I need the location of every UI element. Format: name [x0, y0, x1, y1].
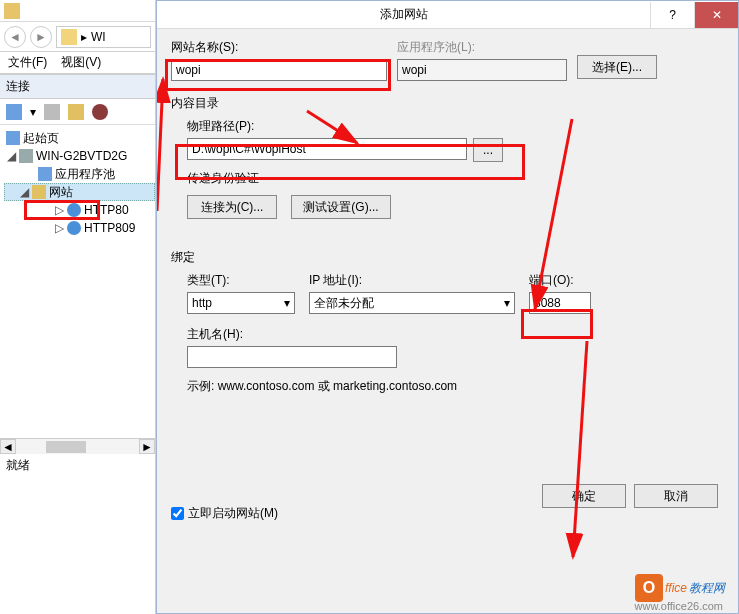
host-example-text: 示例: www.contoso.com 或 marketing.contoso.… — [187, 378, 720, 395]
dialog-body: 网站名称(S): 应用程序池(L): 选择(E)... 内容目录 物理路径(P)… — [157, 29, 738, 522]
help-button[interactable]: ? — [650, 2, 694, 28]
add-website-dialog: 添加网站 ? ✕ 网站名称(S): 应用程序池(L): 选择(E)... 内容目… — [156, 0, 739, 614]
ip-address-label: IP 地址(I): — [309, 272, 515, 289]
tree-sites[interactable]: ◢ 网站 — [4, 183, 155, 201]
status-ready: 就绪 — [6, 457, 30, 474]
tree-start-page[interactable]: 起始页 — [4, 129, 155, 147]
breadcrumb-sep: ▸ — [81, 30, 87, 44]
tree-site-1[interactable]: ▷ HTTP80 — [4, 201, 155, 219]
nav-forward-button[interactable]: ► — [30, 26, 52, 48]
expander-icon[interactable]: ▷ — [54, 221, 64, 235]
binding-label: 绑定 — [171, 249, 720, 266]
scroll-thumb[interactable] — [46, 441, 86, 453]
port-input[interactable] — [529, 292, 591, 314]
chevron-down-icon: ▾ — [504, 296, 510, 310]
iis-app-icon — [4, 3, 20, 19]
connections-toolbar: ▾ — [0, 99, 155, 125]
ip-address-select[interactable]: 全部未分配▾ — [309, 292, 515, 314]
stop-icon[interactable] — [92, 104, 108, 120]
iis-manager-panel: ◄ ► ▸ WI 文件(F) 视图(V) 连接 ▾ 起始页 ◢ WIN-G2BV… — [0, 0, 156, 614]
connections-header: 连接 — [0, 74, 155, 99]
physical-path-input[interactable] — [187, 138, 467, 160]
connections-tree: 起始页 ◢ WIN-G2BVTD2G 应用程序池 ◢ 网站 ▷ HTTP80 ▷… — [0, 125, 155, 241]
host-name-label: 主机名(H): — [187, 326, 720, 343]
horizontal-scrollbar[interactable]: ◄ ► — [0, 438, 155, 454]
save-icon[interactable] — [44, 104, 60, 120]
select-app-pool-button[interactable]: 选择(E)... — [577, 55, 657, 79]
site-name-input[interactable] — [171, 59, 387, 81]
test-settings-button[interactable]: 测试设置(G)... — [291, 195, 391, 219]
expander-icon[interactable]: ◢ — [6, 149, 16, 163]
tree-site-2[interactable]: ▷ HTTP809 — [4, 219, 155, 237]
watermark-logo-icon: O — [635, 574, 663, 602]
passthrough-auth-label: 传递身份验证 — [187, 170, 720, 187]
tree-server[interactable]: ◢ WIN-G2BVTD2G — [4, 147, 155, 165]
connect-as-button[interactable]: 连接为(C)... — [187, 195, 277, 219]
type-select[interactable]: http▾ — [187, 292, 295, 314]
content-dir-label: 内容目录 — [171, 95, 720, 112]
site-name-label: 网站名称(S): — [171, 39, 387, 56]
start-site-label: 立即启动网站(M) — [188, 505, 278, 522]
folder-icon — [61, 29, 77, 45]
expander-icon[interactable]: ◢ — [19, 185, 29, 199]
explorer-titlebar — [0, 0, 155, 22]
globe-icon — [67, 221, 81, 235]
home-icon — [6, 131, 20, 145]
apppool-icon — [38, 167, 52, 181]
host-name-input[interactable] — [187, 346, 397, 368]
refresh-icon[interactable] — [6, 104, 22, 120]
tree-app-pools[interactable]: 应用程序池 — [4, 165, 155, 183]
scroll-right-arrow[interactable]: ► — [139, 439, 155, 454]
server-icon — [19, 149, 33, 163]
ok-button[interactable]: 确定 — [542, 484, 626, 508]
nav-back-button[interactable]: ◄ — [4, 26, 26, 48]
menu-view[interactable]: 视图(V) — [61, 54, 101, 71]
port-label: 端口(O): — [529, 272, 591, 289]
type-label: 类型(T): — [187, 272, 295, 289]
physical-path-label: 物理路径(P): — [187, 118, 720, 135]
app-pool-label: 应用程序池(L): — [397, 39, 567, 56]
breadcrumb-text: WI — [91, 30, 106, 44]
watermark: O ffice 教程网 — [635, 574, 725, 602]
toolbar-sep: ▾ — [30, 105, 36, 119]
address-bar: ◄ ► ▸ WI — [0, 22, 155, 52]
connect-icon[interactable] — [68, 104, 84, 120]
globe-icon — [67, 203, 81, 217]
dialog-titlebar: 添加网站 ? ✕ — [157, 1, 738, 29]
chevron-down-icon: ▾ — [284, 296, 290, 310]
watermark-url: www.office26.com — [635, 600, 723, 612]
menu-file[interactable]: 文件(F) — [8, 54, 47, 71]
menu-bar: 文件(F) 视图(V) — [0, 52, 155, 74]
address-box[interactable]: ▸ WI — [56, 26, 151, 48]
expander-icon[interactable]: ▷ — [54, 203, 64, 217]
app-pool-input[interactable] — [397, 59, 567, 81]
scroll-left-arrow[interactable]: ◄ — [0, 439, 16, 454]
sites-folder-icon — [32, 185, 46, 199]
close-button[interactable]: ✕ — [694, 2, 738, 28]
cancel-button[interactable]: 取消 — [634, 484, 718, 508]
dialog-title: 添加网站 — [157, 6, 650, 23]
scroll-track[interactable] — [16, 439, 139, 454]
browse-path-button[interactable]: ... — [473, 138, 503, 162]
start-site-checkbox[interactable] — [171, 507, 184, 520]
